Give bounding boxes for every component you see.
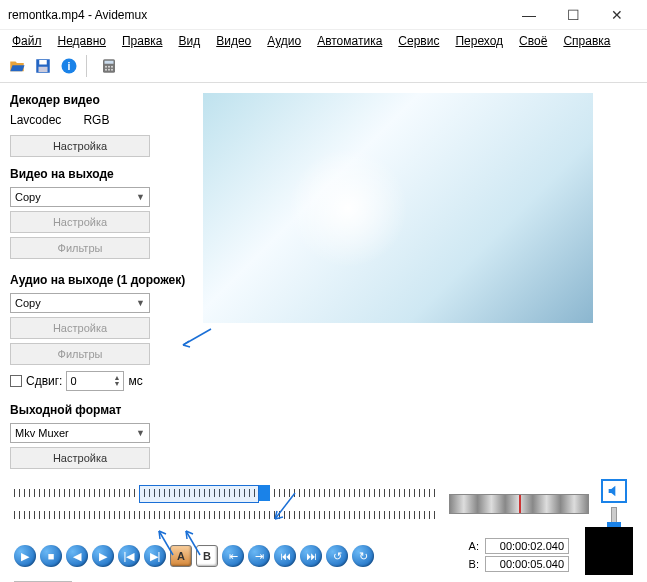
output-format-header: Выходной формат (10, 403, 195, 417)
audio-out-value: Copy (15, 297, 41, 309)
video-out-select[interactable]: Copy▼ (10, 187, 150, 207)
left-panel: Декодер видео Lavcodec RGB Настройка Вид… (10, 89, 195, 473)
svg-point-11 (108, 69, 110, 71)
menu-audio[interactable]: Аудио (261, 32, 307, 50)
prev-cut-button[interactable]: ⇤ (222, 545, 244, 567)
video-out-header: Видео на выходе (10, 167, 195, 181)
menu-help[interactable]: Справка (557, 32, 616, 50)
menu-auto[interactable]: Автоматика (311, 32, 388, 50)
output-format-configure-button[interactable]: Настройка (10, 447, 150, 469)
video-out-value: Copy (15, 191, 41, 203)
menubar: Файл Недавно Правка Вид Видео Аудио Авто… (0, 30, 647, 52)
menu-recent[interactable]: Недавно (52, 32, 112, 50)
next-cut-button[interactable]: ⇥ (248, 545, 270, 567)
menu-video[interactable]: Видео (210, 32, 257, 50)
decoder-header: Декодер видео (10, 93, 195, 107)
marker-a-value: 00:00:02.040 (485, 538, 569, 554)
stop-button[interactable]: ■ (40, 545, 62, 567)
output-format-value: Mkv Muxer (15, 427, 69, 439)
audio-out-header: Аудио на выходе (1 дорожек) (10, 273, 195, 287)
prev-black-button[interactable]: ⏮ (274, 545, 296, 567)
menu-custom[interactable]: Своё (513, 32, 553, 50)
marker-b-label: B: (469, 558, 479, 570)
video-preview (203, 93, 593, 323)
next-keyframe-button[interactable]: ▶| (144, 545, 166, 567)
volume-slider[interactable] (611, 507, 617, 529)
decoder-codec: Lavcodec (10, 113, 61, 127)
window-title: remontka.mp4 - Avidemux (8, 8, 507, 22)
svg-rect-6 (105, 61, 114, 64)
timeline-ruler-bottom[interactable] (14, 511, 437, 519)
set-marker-a-button[interactable]: A (170, 545, 192, 567)
toolbar: i (0, 52, 647, 83)
marker-b-value: 00:00:05.040 (485, 556, 569, 572)
goto-start-button[interactable]: ↺ (326, 545, 348, 567)
video-out-configure-button[interactable]: Настройка (10, 211, 150, 233)
prev-keyframe-button[interactable]: |◀ (118, 545, 140, 567)
volume-icon[interactable] (601, 479, 627, 503)
shift-unit: мс (128, 374, 142, 388)
selection-range[interactable] (139, 485, 259, 503)
minimize-button[interactable]: — (507, 1, 551, 29)
thumbnail-preview (585, 527, 633, 575)
audio-out-select[interactable]: Copy▼ (10, 293, 150, 313)
svg-point-8 (108, 66, 110, 68)
svg-text:i: i (68, 60, 71, 72)
menu-file[interactable]: Файл (6, 32, 48, 50)
maximize-button[interactable]: ☐ (551, 1, 595, 29)
save-icon[interactable] (32, 55, 54, 77)
svg-point-12 (111, 69, 113, 71)
output-format-select[interactable]: Mkv Muxer▼ (10, 423, 150, 443)
next-frame-button[interactable]: ▶ (92, 545, 114, 567)
play-button[interactable]: ▶ (14, 545, 36, 567)
shift-label: Сдвиг: (26, 374, 62, 388)
video-out-filters-button[interactable]: Фильтры (10, 237, 150, 259)
audio-out-configure-button[interactable]: Настройка (10, 317, 150, 339)
menu-view[interactable]: Вид (173, 32, 207, 50)
calculator-icon[interactable] (98, 55, 120, 77)
jog-wheel[interactable] (449, 494, 589, 514)
preview-panel (195, 89, 637, 473)
shift-input[interactable]: 0 ▲▼ (66, 371, 124, 391)
svg-point-9 (111, 66, 113, 68)
open-icon[interactable] (6, 55, 28, 77)
shift-checkbox[interactable] (10, 375, 22, 387)
audio-out-filters-button[interactable]: Фильтры (10, 343, 150, 365)
timeline-area (0, 473, 647, 529)
close-button[interactable]: ✕ (595, 1, 639, 29)
playhead[interactable] (259, 485, 270, 501)
set-marker-b-button[interactable]: B (196, 545, 218, 567)
svg-point-7 (105, 66, 107, 68)
menu-go[interactable]: Переход (449, 32, 509, 50)
next-black-button[interactable]: ⏭ (300, 545, 322, 567)
goto-end-button[interactable]: ↻ (352, 545, 374, 567)
timeline-ruler-top[interactable] (14, 489, 437, 497)
svg-rect-2 (39, 67, 48, 72)
svg-rect-1 (39, 60, 47, 65)
svg-point-10 (105, 69, 107, 71)
info-icon[interactable]: i (58, 55, 80, 77)
marker-readout: A: 00:00:02.040 B: 00:00:05.040 (469, 538, 569, 574)
decoder-colorspace: RGB (83, 113, 109, 127)
decoder-configure-button[interactable]: Настройка (10, 135, 150, 157)
prev-frame-button[interactable]: ◀ (66, 545, 88, 567)
marker-a-label: A: (469, 540, 479, 552)
menu-tools[interactable]: Сервис (392, 32, 445, 50)
menu-edit[interactable]: Правка (116, 32, 169, 50)
